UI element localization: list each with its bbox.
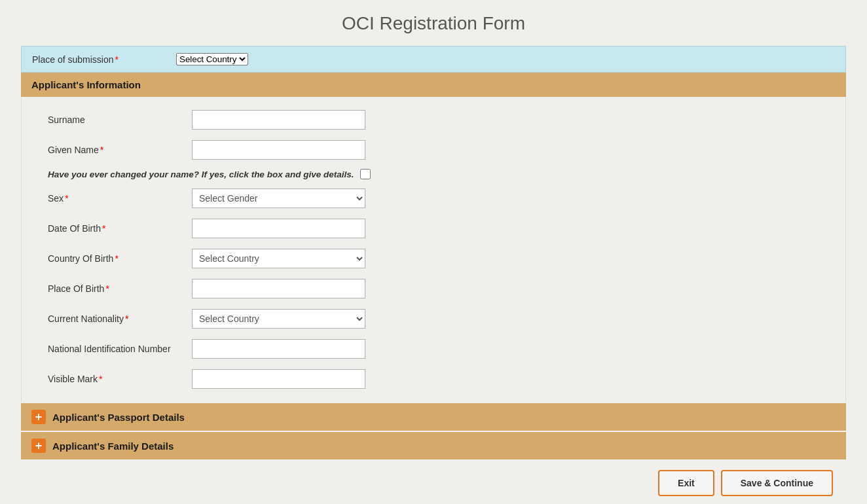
surname-row: Surname	[48, 105, 819, 135]
national-id-label: National Identification Number	[48, 343, 192, 355]
passport-details-header[interactable]: + Applicant's Passport Details	[21, 403, 846, 431]
submission-label: Place of submission*	[32, 54, 176, 65]
visible-mark-label: Visible Mark*	[48, 374, 192, 384]
surname-input[interactable]	[192, 110, 365, 130]
applicants-info-form: Surname Given Name* Have you ever change…	[21, 97, 846, 402]
given-name-label: Given Name*	[48, 145, 192, 155]
current-nationality-label: Current Nationality*	[48, 314, 192, 324]
sex-label: Sex*	[48, 193, 192, 204]
dob-input[interactable]	[192, 219, 365, 238]
name-change-label: Have you ever changed your name? If yes,…	[48, 170, 354, 179]
national-id-row: National Identification Number	[48, 334, 819, 364]
save-continue-button[interactable]: Save & Continue	[721, 470, 833, 496]
applicants-info-header: Applicant's Information	[21, 73, 846, 97]
name-change-checkbox[interactable]	[360, 169, 371, 179]
place-birth-input[interactable]	[192, 279, 365, 298]
family-details-header[interactable]: + Applicant's Family Details	[21, 432, 846, 459]
current-nationality-select[interactable]: Select Country	[192, 309, 365, 329]
sex-row: Sex* Select Gender Male Female	[48, 183, 819, 213]
dob-label: Date Of Birth*	[48, 223, 192, 234]
dob-row: Date Of Birth*	[48, 213, 819, 243]
passport-details-label: Applicant's Passport Details	[52, 412, 185, 423]
family-details-label: Applicant's Family Details	[52, 441, 174, 452]
country-birth-row: Country Of Birth* Select Country	[48, 243, 819, 274]
national-id-input[interactable]	[192, 339, 365, 359]
submission-country-select[interactable]: Select Country	[176, 53, 248, 65]
name-change-row: Have you ever changed your name? If yes,…	[48, 165, 819, 183]
surname-label: Surname	[48, 115, 192, 125]
exit-button[interactable]: Exit	[658, 470, 714, 496]
bottom-bar: Exit Save & Continue	[21, 459, 846, 504]
visible-mark-input[interactable]	[192, 369, 365, 389]
place-birth-row: Place Of Birth*	[48, 274, 819, 304]
given-name-row: Given Name*	[48, 135, 819, 165]
sex-select[interactable]: Select Gender Male Female	[192, 189, 365, 208]
family-details-expand-icon: +	[31, 439, 46, 453]
visible-mark-row: Visible Mark*	[48, 364, 819, 394]
page-title: OCI Registration Form	[21, 0, 846, 46]
place-birth-label: Place Of Birth*	[48, 283, 192, 294]
country-birth-label: Country Of Birth*	[48, 253, 192, 264]
given-name-input[interactable]	[192, 140, 365, 160]
submission-row: Place of submission* Select Country	[21, 46, 846, 73]
country-birth-select[interactable]: Select Country	[192, 249, 365, 268]
passport-details-expand-icon: +	[31, 410, 46, 424]
current-nationality-row: Current Nationality* Select Country	[48, 304, 819, 334]
